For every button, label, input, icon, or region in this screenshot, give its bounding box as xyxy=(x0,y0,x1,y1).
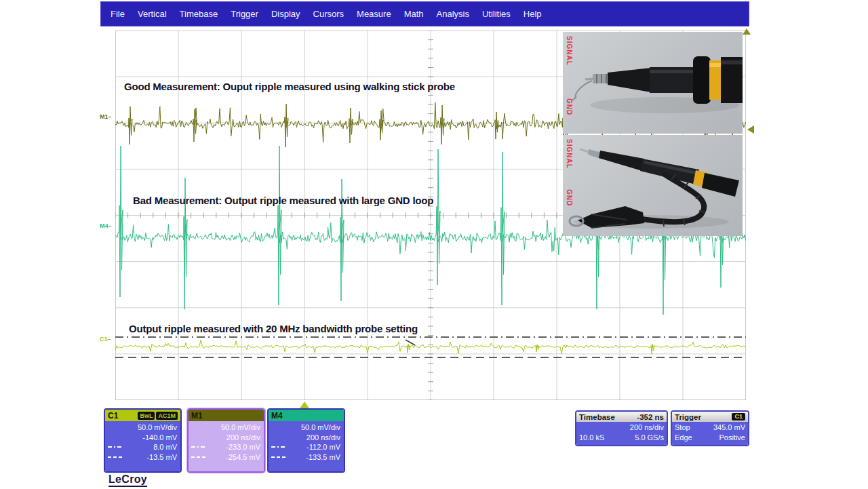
timebase-samples: 10.0 kS xyxy=(579,433,604,443)
m1-label: M1 xyxy=(191,411,203,420)
walking-stick-probe-photo: SIGNAL GND xyxy=(563,32,743,134)
timebase-sample-rate: 5.0 GS/s xyxy=(635,433,664,443)
trace-descriptor-m1[interactable]: M1 50.0 mV/div 200 ns/div -233.0 mV -254… xyxy=(187,408,265,473)
timebase-descriptor[interactable]: Timebase -352 ns 200 ns/div 10.0 kS 5.0 … xyxy=(575,410,668,446)
c1-offset: -140.0 mV xyxy=(108,433,177,443)
dashdot-cursor-icon xyxy=(271,446,286,448)
m4-cursor1-value: -112.0 mV xyxy=(307,442,340,452)
dashdot-cursor-icon xyxy=(108,446,123,448)
c1-header: C1 BwL AC1M xyxy=(105,410,180,421)
dashed-cursor-icon xyxy=(108,456,123,458)
m4-time-per-div: 200 ns/div xyxy=(271,433,340,443)
m1-settings: 50.0 mV/div 200 ns/div -233.0 mV -254.5 … xyxy=(189,421,264,473)
trace-descriptor-m4[interactable]: M4 50.0 mV/div 200 ns/div -112.0 mV -133… xyxy=(267,408,345,473)
gnd-label: GND xyxy=(566,189,572,206)
trigger-title: Trigger xyxy=(675,413,701,421)
trigger-header: Trigger C1 xyxy=(672,412,748,422)
trigger-settings: Stop 345.0 mV Edge Positive xyxy=(672,422,748,446)
menu-item-trigger[interactable]: Trigger xyxy=(231,9,258,19)
c1-label: C1 xyxy=(108,411,118,420)
menu-item-timebase[interactable]: Timebase xyxy=(180,9,218,19)
menu-item-analysis[interactable]: Analysis xyxy=(437,9,469,19)
signal-label: SIGNAL xyxy=(566,36,572,66)
m4-volts-per-div: 50.0 mV/div xyxy=(271,423,340,433)
channel-descriptor-c1[interactable]: C1 BwL AC1M 50.0 mV/div -140.0 mV 8.0 mV… xyxy=(104,408,182,473)
trace-position-marker-m4[interactable]: M4– xyxy=(100,223,112,229)
signal-label: SIGNAL xyxy=(566,139,572,169)
menu-item-utilities[interactable]: Utilities xyxy=(482,9,511,19)
m4-settings: 50.0 mV/div 200 ns/div -112.0 mV -133.5 … xyxy=(269,421,344,473)
m4-label: M4 xyxy=(271,411,283,420)
m1-header: M1 xyxy=(189,410,264,421)
offscreen-indicator-icon xyxy=(743,28,751,35)
timebase-header: Timebase -352 ns xyxy=(576,412,667,422)
walking-stick-probe-image xyxy=(563,32,743,134)
menu-item-vertical[interactable]: Vertical xyxy=(138,9,167,19)
m1-time-per-div: 200 ns/div xyxy=(191,433,260,443)
annotation-good-measurement: Good Measurement: Ouput ripple measured … xyxy=(124,81,455,92)
gnd-label: GND xyxy=(566,98,572,115)
m1-level-marker-icon[interactable] xyxy=(747,125,754,134)
m1-cursor1-value: -233.0 mV xyxy=(226,442,260,452)
m4-cursor2-value: -133.5 mV xyxy=(306,452,340,463)
trigger-slope: Positive xyxy=(719,433,745,443)
menu-item-cursors[interactable]: Cursors xyxy=(313,9,344,19)
menu-item-file[interactable]: File xyxy=(111,9,125,19)
menu-item-help[interactable]: Help xyxy=(524,9,542,19)
trigger-descriptor[interactable]: Trigger C1 Stop 345.0 mV Edge Positive xyxy=(671,410,749,446)
timebase-per-div: 200 ns/div xyxy=(579,423,664,433)
dashed-cursor-icon xyxy=(191,456,206,458)
timebase-offset: -352 ns xyxy=(637,413,664,421)
c1-volts-per-div: 50.0 mV/div xyxy=(108,423,177,433)
trigger-type: Edge xyxy=(675,433,692,443)
menu-item-math[interactable]: Math xyxy=(404,9,424,19)
annotation-bad-measurement: Bad Measurement: Output ripple measured … xyxy=(133,195,433,206)
trace-c1 xyxy=(115,340,746,354)
trigger-source-badge: C1 xyxy=(732,413,745,420)
timebase-title: Timebase xyxy=(579,413,615,421)
c1-cursor2-value: -13.5 mV xyxy=(146,452,177,463)
c1-settings: 50.0 mV/div -140.0 mV 8.0 mV -13.5 mV xyxy=(105,421,180,473)
c1-cursor1-value: 8.0 mV xyxy=(153,442,177,452)
trigger-level: 345.0 mV xyxy=(713,423,745,433)
m1-cursor2-value: -254.5 mV xyxy=(226,452,260,463)
menu-bar: FileVerticalTimebaseTriggerDisplayCursor… xyxy=(100,1,749,26)
m1-volts-per-div: 50.0 mV/div xyxy=(191,423,260,433)
dashed-cursor-icon xyxy=(271,456,286,458)
bandwidth-limit-badge: BwL xyxy=(138,412,155,420)
coupling-badge: AC1M xyxy=(156,412,178,420)
m4-header: M4 xyxy=(269,410,344,421)
timebase-settings: 200 ns/div 10.0 kS 5.0 GS/s xyxy=(576,422,667,446)
gnd-loop-probe-image xyxy=(563,135,743,236)
trigger-mode: Stop xyxy=(675,423,690,433)
trace-position-marker-m1[interactable]: M1– xyxy=(100,114,112,120)
trigger-position-marker-icon[interactable] xyxy=(300,402,309,408)
annotation-bw-limit: Output ripple measured with 20 MHz bandw… xyxy=(129,323,418,334)
dashdot-cursor-icon xyxy=(191,446,206,448)
cursor-handle-icon[interactable] xyxy=(406,340,415,345)
lecroy-logo: LeCroy xyxy=(108,473,147,487)
menu-item-display[interactable]: Display xyxy=(271,9,300,19)
menu-item-measure[interactable]: Measure xyxy=(357,9,391,19)
gnd-loop-probe-photo: SIGNAL GND xyxy=(563,135,743,236)
trace-position-marker-c1[interactable]: C1– xyxy=(100,336,111,343)
